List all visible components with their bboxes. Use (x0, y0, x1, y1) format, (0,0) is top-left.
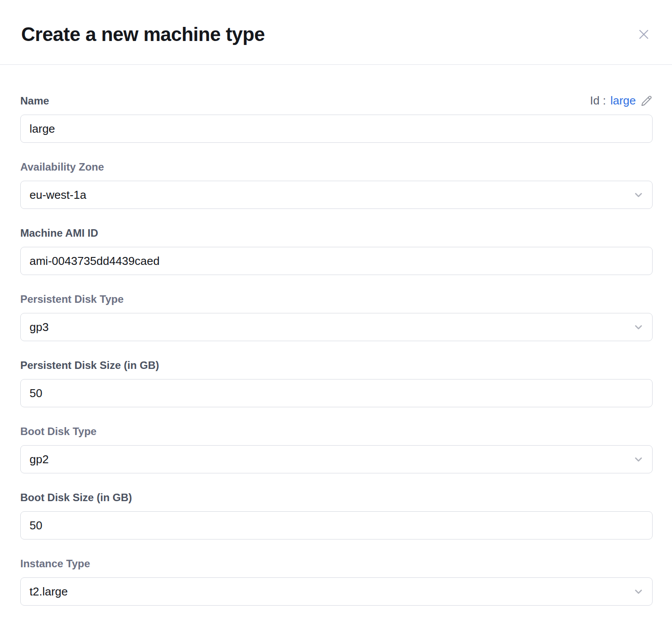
instance-type-select[interactable]: t2.large (20, 577, 653, 606)
availability-zone-value: eu-west-1a (30, 188, 86, 202)
chevron-down-icon (634, 587, 643, 596)
field-machine-ami-id: Machine AMI ID (20, 227, 653, 275)
persistent-disk-size-input[interactable] (20, 379, 653, 407)
chevron-down-icon (634, 190, 643, 200)
chevron-down-icon (634, 322, 643, 332)
name-label-row: Name Id : large (20, 94, 653, 108)
name-label: Name (20, 94, 49, 108)
availability-zone-label: Availability Zone (20, 160, 653, 174)
chevron-down-icon (634, 454, 643, 464)
persistent-disk-type-select[interactable]: gp3 (20, 313, 653, 341)
field-persistent-disk-size: Persistent Disk Size (in GB) (20, 359, 653, 407)
field-boot-disk-size: Boot Disk Size (in GB) (20, 491, 653, 539)
persistent-disk-type-value: gp3 (30, 320, 49, 334)
field-instance-type: Instance Type t2.large (20, 557, 653, 606)
machine-ami-id-input[interactable] (20, 247, 653, 275)
boot-disk-size-label: Boot Disk Size (in GB) (20, 491, 653, 504)
id-value: large (610, 94, 636, 108)
field-name: Name Id : large (20, 94, 653, 143)
boot-disk-type-select[interactable]: gp2 (20, 445, 653, 473)
boot-disk-size-input[interactable] (20, 511, 653, 539)
boot-disk-type-label: Boot Disk Type (20, 425, 653, 438)
availability-zone-select[interactable]: eu-west-1a (20, 181, 653, 209)
modal-header: Create a new machine type (0, 0, 672, 65)
modal-title: Create a new machine type (21, 23, 265, 45)
field-boot-disk-type: Boot Disk Type gp2 (20, 425, 653, 473)
id-edit-control[interactable]: Id : large (590, 94, 653, 108)
instance-type-label: Instance Type (20, 557, 653, 570)
persistent-disk-type-label: Persistent Disk Type (20, 293, 653, 306)
boot-disk-type-value: gp2 (30, 453, 49, 466)
id-prefix-label: Id : (590, 94, 606, 108)
field-availability-zone: Availability Zone eu-west-1a (20, 160, 653, 209)
machine-ami-id-label: Machine AMI ID (20, 227, 653, 240)
name-input[interactable] (20, 115, 653, 143)
close-icon (637, 36, 651, 43)
instance-type-value: t2.large (30, 585, 68, 599)
field-persistent-disk-type: Persistent Disk Type gp3 (20, 293, 653, 341)
create-machine-type-modal: Create a new machine type Name Id : larg… (0, 0, 672, 625)
machine-type-form: Name Id : large Availability Zone (0, 65, 672, 606)
close-button[interactable] (635, 26, 653, 43)
pencil-icon (640, 95, 653, 107)
persistent-disk-size-label: Persistent Disk Size (in GB) (20, 359, 653, 372)
